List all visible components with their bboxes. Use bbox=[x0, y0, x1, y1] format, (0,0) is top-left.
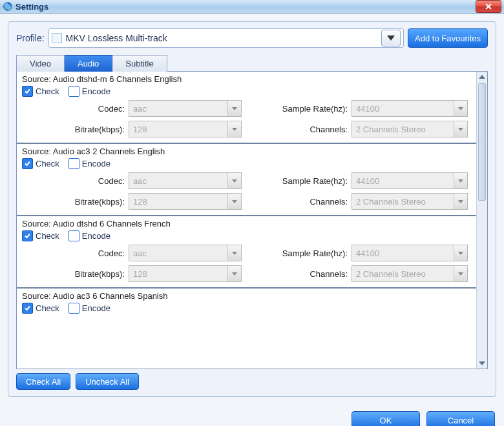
track-row: Source: Audio ac3 6 Channels SpanishChec… bbox=[17, 289, 476, 322]
check-all-button[interactable]: Check All bbox=[16, 373, 70, 390]
codec-select[interactable]: aac bbox=[129, 245, 242, 261]
codec-select[interactable]: aac bbox=[129, 100, 242, 117]
add-to-favourites-button[interactable]: Add to Favourites bbox=[408, 28, 488, 48]
check-checkbox[interactable] bbox=[22, 158, 33, 169]
chevron-down-icon bbox=[227, 245, 241, 261]
chevron-down-icon bbox=[454, 194, 467, 209]
chevron-down-icon bbox=[454, 101, 467, 116]
chevron-down-icon bbox=[227, 266, 241, 281]
sample-rate-label: Sample Rate(hz): bbox=[242, 176, 352, 186]
codec-label: Codec: bbox=[22, 249, 129, 258]
bitrate-label: Bitrate(kbps): bbox=[22, 125, 129, 134]
cancel-button[interactable]: Cancel bbox=[426, 411, 495, 426]
profile-format-icon bbox=[52, 33, 62, 43]
profile-select[interactable]: MKV Lossless Multi-track bbox=[48, 28, 404, 48]
channels-select[interactable]: 2 Channels Stereo bbox=[352, 121, 468, 137]
track-source-label: Source: Audio ac3 6 Channels Spanish bbox=[22, 291, 471, 301]
scroll-up-arrow[interactable] bbox=[477, 72, 487, 82]
track-row: Source: Audio dtshd 6 Channels FrenchChe… bbox=[17, 216, 476, 289]
tracks-list: Source: Audio dtshd-m 6 Channels English… bbox=[17, 72, 476, 369]
profile-value: MKV Lossless Multi-track bbox=[66, 33, 382, 43]
track-source-label: Source: Audio dtshd 6 Channels French bbox=[22, 219, 471, 228]
sample-rate-select[interactable]: 44100 bbox=[352, 172, 468, 189]
titlebar: Settings bbox=[0, 0, 504, 14]
ok-button[interactable]: OK bbox=[352, 411, 420, 426]
bitrate-label: Bitrate(kbps): bbox=[22, 269, 129, 279]
tab-video[interactable]: Video bbox=[16, 55, 65, 72]
encode-checkbox[interactable] bbox=[68, 158, 79, 169]
check-checkbox[interactable] bbox=[22, 86, 33, 97]
bitrate-select[interactable]: 128 bbox=[129, 265, 242, 282]
sample-rate-select[interactable]: 44100 bbox=[352, 100, 468, 117]
scrollbar[interactable] bbox=[476, 72, 487, 369]
channels-label: Channels: bbox=[242, 269, 352, 279]
chevron-down-icon bbox=[454, 173, 467, 188]
window-title: Settings bbox=[16, 2, 476, 12]
codec-label: Codec: bbox=[22, 104, 129, 114]
profile-dropdown-button[interactable] bbox=[381, 30, 401, 46]
chevron-down-icon bbox=[227, 101, 241, 116]
tabs: Video Audio Subtitle bbox=[16, 54, 488, 71]
chevron-down-icon bbox=[227, 194, 241, 209]
chevron-down-icon bbox=[454, 121, 467, 137]
sample-rate-label: Sample Rate(hz): bbox=[242, 104, 352, 114]
encode-checkbox[interactable] bbox=[68, 86, 79, 97]
channels-label: Channels: bbox=[242, 197, 352, 207]
app-icon bbox=[3, 1, 13, 12]
encode-checkbox[interactable] bbox=[68, 230, 79, 241]
uncheck-all-button[interactable]: Uncheck All bbox=[76, 373, 139, 390]
chevron-down-icon bbox=[454, 245, 467, 261]
scroll-down-arrow[interactable] bbox=[477, 358, 487, 369]
close-button[interactable] bbox=[476, 0, 501, 13]
bitrate-select[interactable]: 128 bbox=[129, 193, 242, 210]
tab-audio[interactable]: Audio bbox=[65, 55, 112, 72]
check-checkbox[interactable] bbox=[22, 303, 33, 314]
tab-subtitle[interactable]: Subtitle bbox=[112, 55, 167, 72]
track-source-label: Source: Audio dtshd-m 6 Channels English bbox=[22, 74, 471, 84]
check-checkbox[interactable] bbox=[22, 230, 33, 241]
profile-label: Profile: bbox=[16, 33, 45, 43]
codec-select[interactable]: aac bbox=[129, 172, 242, 189]
track-source-label: Source: Audio ac3 2 Channels English bbox=[22, 147, 471, 156]
scroll-thumb[interactable] bbox=[478, 83, 486, 201]
codec-label: Codec: bbox=[22, 176, 129, 186]
sample-rate-select[interactable]: 44100 bbox=[352, 245, 468, 261]
chevron-down-icon bbox=[227, 121, 241, 137]
chevron-down-icon bbox=[227, 173, 241, 188]
chevron-down-icon bbox=[454, 266, 467, 281]
channels-select[interactable]: 2 Channels Stereo bbox=[352, 193, 468, 210]
bitrate-label: Bitrate(kbps): bbox=[22, 197, 129, 207]
channels-label: Channels: bbox=[242, 125, 352, 134]
chevron-down-icon bbox=[387, 36, 395, 41]
track-row: Source: Audio ac3 2 Channels EnglishChec… bbox=[17, 144, 476, 216]
sample-rate-label: Sample Rate(hz): bbox=[242, 249, 352, 258]
bitrate-select[interactable]: 128 bbox=[129, 121, 242, 137]
channels-select[interactable]: 2 Channels Stereo bbox=[352, 265, 468, 282]
encode-checkbox[interactable] bbox=[68, 303, 79, 314]
track-row: Source: Audio dtshd-m 6 Channels English… bbox=[17, 72, 476, 144]
